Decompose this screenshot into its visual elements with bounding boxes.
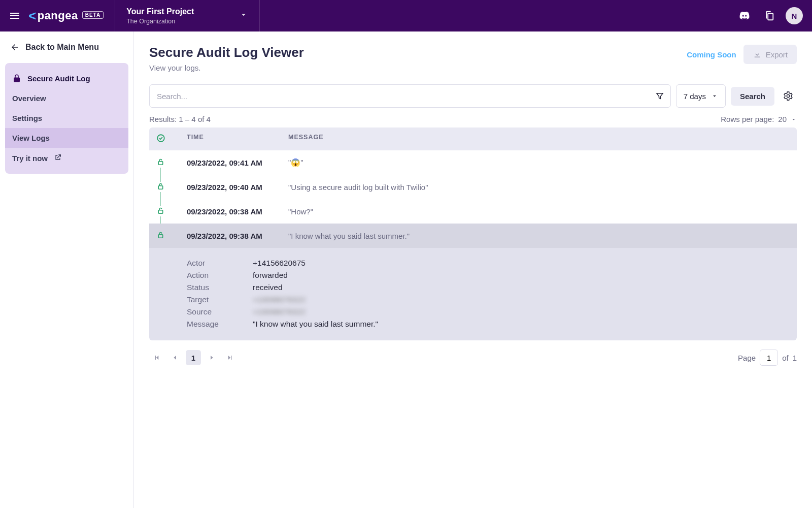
lock-open-icon [156,182,187,192]
page-label: Page [738,354,756,362]
logo-text: pangea [38,9,78,22]
back-to-main-button[interactable]: Back to Main Menu [0,31,133,63]
row-message: "How?" [288,207,790,216]
table-header: TIME MESSAGE [149,128,797,150]
back-label: Back to Main Menu [25,43,99,52]
gear-icon [783,91,793,101]
row-time: 09/23/2022, 09:38 AM [187,207,288,216]
filter-button[interactable] [649,85,670,107]
org-name: The Organization [126,18,194,25]
row-message: "I know what you said last summer." [288,232,790,240]
project-title: Your First Project [126,7,194,16]
svg-rect-3 [158,186,163,189]
page-first-button[interactable] [149,350,164,365]
sidebar-item-view-logs[interactable]: View Logs [5,128,128,148]
coming-soon-label: Coming Soon [687,50,736,59]
logo[interactable]: < pangea BETA [28,8,104,24]
column-time: TIME [187,134,288,144]
header-divider [115,0,115,31]
user-avatar[interactable]: N [786,7,803,24]
page-input[interactable] [760,350,778,366]
column-message: MESSAGE [288,134,790,144]
page-number-current[interactable]: 1 [186,350,201,365]
sidebar-item-try-it-now[interactable]: Try it now [5,148,128,169]
page-prev-button[interactable] [167,350,183,365]
external-link-icon [54,153,62,163]
row-time: 09/23/2022, 09:41 AM [187,158,288,167]
pagination: 1 Page of 1 [149,350,797,366]
sidebar-nav-section: Secure Audit Log Overview Settings View … [5,63,128,174]
sidebar-item-settings[interactable]: Settings [5,108,128,128]
results-count: Results: 1 – 4 of 4 [149,115,211,123]
docs-link[interactable] [760,7,777,24]
discord-icon [739,10,750,21]
main-content: Secure Audit Log Viewer View your logs. … [134,31,812,508]
row-time: 09/23/2022, 09:38 AM [187,232,288,240]
log-table: TIME MESSAGE 09/23/2022, 09:41 AM "😱" 09… [149,128,797,340]
lock-icon [12,74,21,83]
svg-rect-4 [158,210,163,213]
download-icon [753,50,762,59]
page-last-button[interactable] [222,350,238,365]
logo-angle-icon: < [28,8,37,24]
page-of-label: of [782,354,789,362]
hamburger-icon [9,10,21,22]
beta-badge: BETA [82,11,104,19]
page-total: 1 [793,354,797,362]
table-row[interactable]: 09/23/2022, 09:41 AM "😱" [149,150,797,175]
export-button[interactable]: Export [743,45,797,64]
chevron-down-icon [791,116,797,122]
sidebar-section-title[interactable]: Secure Audit Log [5,68,128,88]
docs-icon [763,10,774,21]
lock-open-icon [156,206,187,216]
lock-open-icon [156,157,187,168]
row-message: "😱" [288,158,790,167]
svg-rect-2 [158,162,163,165]
search-box [149,84,671,108]
table-row-expanded[interactable]: 09/23/2022, 09:38 AM "I know what you sa… [149,224,797,248]
svg-point-0 [787,94,789,97]
row-time: 09/23/2022, 09:40 AM [187,183,288,192]
svg-rect-5 [158,235,163,238]
search-button[interactable]: Search [731,87,774,106]
date-range-selector[interactable]: 7 days [676,84,726,108]
arrow-left-icon [10,43,19,52]
top-header: < pangea BETA Your First Project The Org… [0,0,812,31]
menu-toggle-button[interactable] [5,6,24,25]
header-divider-2 [259,0,260,31]
chevron-down-icon [711,92,718,100]
page-title: Secure Audit Log Viewer [149,45,304,60]
filter-icon [655,91,664,101]
discord-link[interactable] [736,7,753,24]
chevron-down-icon [239,10,248,21]
page-next-button[interactable] [204,350,219,365]
verified-icon [156,134,187,144]
lock-open-icon [156,231,187,241]
page-subtitle: View your logs. [149,64,304,72]
table-row[interactable]: 09/23/2022, 09:40 AM "Using a secure aud… [149,175,797,199]
search-input[interactable] [150,92,649,101]
table-row[interactable]: 09/23/2022, 09:38 AM "How?" [149,199,797,224]
row-message: "Using a secure audit log built with Twi… [288,183,790,192]
project-selector[interactable]: Your First Project The Organization [126,7,248,24]
sidebar-item-overview[interactable]: Overview [5,88,128,108]
rows-per-page-selector[interactable]: Rows per page: 20 [721,115,797,123]
sidebar: Back to Main Menu Secure Audit Log Overv… [0,31,134,508]
settings-button[interactable] [780,87,797,105]
row-details-panel: Actor+14156620675 Actionforwarded Status… [149,248,797,340]
